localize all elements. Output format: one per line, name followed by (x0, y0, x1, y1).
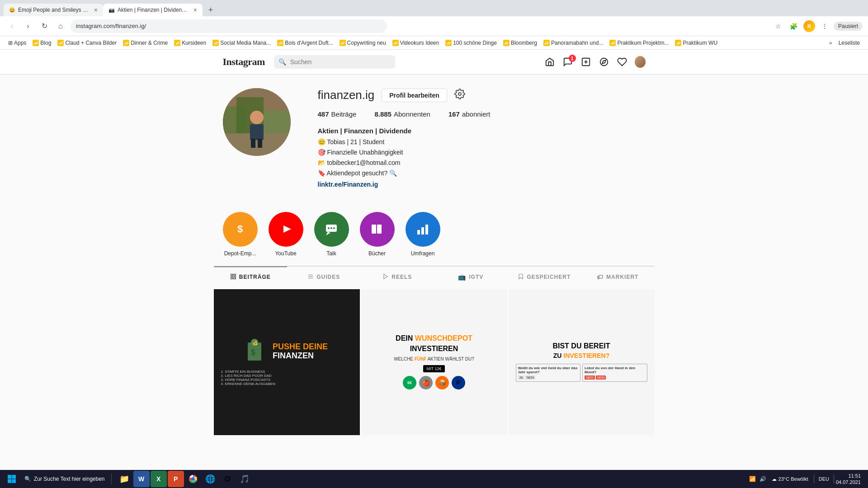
home-button[interactable]: ⌂ (54, 20, 67, 33)
post-1[interactable]: $ 💰 PUSHE DEINE FINANZEN 1. STARTE EIN B… (214, 289, 360, 435)
tab-guides[interactable]: GUIDES (287, 267, 361, 287)
bookmark-star-icon[interactable]: ☆ (772, 20, 785, 33)
following-stat[interactable]: 167 abonniert (448, 110, 491, 118)
highlight-buecher[interactable]: Bücher (360, 212, 395, 257)
heart-nav-icon[interactable] (617, 56, 627, 67)
new-tab-button[interactable]: + (204, 4, 217, 16)
tab-instagram[interactable]: 📷 Aktien | Finanzen | Dividende (G... × (103, 4, 203, 16)
bookmark-praktikumwu[interactable]: 📁 Praktikum WU (672, 39, 720, 47)
profile-header: finanzen.ig Profil bearbeiten 487 B (223, 88, 646, 189)
home-nav-icon[interactable] (544, 56, 555, 67)
taskbar-excel[interactable]: X (151, 471, 167, 487)
bookmark-videokurs[interactable]: 📁 Videokurs Ideen (390, 39, 442, 47)
settings-icon[interactable] (454, 89, 465, 102)
svg-rect-45 (8, 475, 12, 479)
posts-count: 487 (318, 110, 329, 118)
search-input[interactable] (274, 55, 395, 69)
taskbar-word[interactable]: W (133, 471, 150, 487)
edit-profile-button[interactable]: Profil bearbeiten (382, 89, 447, 102)
messages-nav-icon[interactable]: 1 (562, 56, 573, 67)
tab-close-instagram[interactable]: × (193, 6, 197, 14)
pause-button[interactable]: Pausiert (834, 22, 863, 31)
story-highlights: $ Depot-Emp... YouTube (214, 203, 655, 266)
bookmark-copywriting[interactable]: 📁 Copywriting neu (337, 39, 389, 47)
instagram-logo[interactable]: Instagram (223, 56, 265, 68)
explore-nav-icon[interactable] (599, 56, 609, 67)
svg-marker-4 (602, 60, 606, 64)
svg-point-22 (328, 227, 330, 229)
bio-line2: 🎯 Finanzielle Unabhängigkeit (318, 148, 646, 157)
highlight-youtube[interactable]: YouTube (269, 212, 303, 257)
taskbar-chrome[interactable] (185, 471, 201, 487)
bookmark-kursideen[interactable]: 📁 Kursideen (171, 39, 209, 47)
more-bookmarks-button[interactable]: » (826, 39, 835, 47)
instagram-header: Instagram 🔍 1 (0, 50, 868, 75)
bookmark-apps[interactable]: ⊞ Apps (5, 39, 29, 47)
tab-igtv[interactable]: 📺 IGTV (434, 267, 508, 287)
bookmark-dinner[interactable]: 📁 Dinner & Crime (120, 39, 170, 47)
tab-gespeichert-label: GESPEICHERT (527, 274, 571, 280)
bookmark-canva[interactable]: 📁 Claud + Canva Bilder (55, 39, 119, 47)
bookmark-praktikum1[interactable]: 📁 Praktikum Projektm... (607, 39, 671, 47)
post-2[interactable]: DEIN WUNSCHDEPOT INVESTIEREN WELCHE FÜNF… (361, 289, 507, 435)
taskbar-divider (111, 474, 112, 484)
bookmarks-bar: ⊞ Apps 📁 Blog 📁 Claud + Canva Bilder 📁 D… (0, 36, 868, 50)
profile-icon[interactable]: R (803, 20, 816, 33)
browser-window: 😀 Emoji People and Smileys M... × 📷 Akti… (0, 0, 868, 488)
post-2-content: DEIN WUNSCHDEPOT INVESTIEREN WELCHE FÜNF… (361, 289, 507, 435)
taskbar-file-explorer[interactable]: 📁 (116, 471, 132, 487)
svg-rect-31 (421, 227, 424, 235)
bookmark-bois[interactable]: 📁 Bois d'Argent Duft... (274, 39, 335, 47)
chrome-settings-icon[interactable]: ⋮ (818, 20, 831, 33)
tab-markiert[interactable]: 🏷 MARKIERT (581, 267, 655, 287)
bookmark-bloomberg[interactable]: 📁 Bloomberg (500, 39, 540, 47)
tab-markiert-label: MARKIERT (606, 274, 638, 280)
address-input[interactable] (71, 19, 387, 33)
taskbar-search[interactable]: 🔍 Zur Suche Text hier eingeben (21, 474, 108, 484)
following-count: 167 (448, 110, 460, 118)
taskbar-music[interactable]: 🎵 (236, 471, 253, 487)
reload-button[interactable]: ↻ (38, 20, 51, 33)
svg-point-23 (330, 227, 332, 229)
bookmark-100dinge[interactable]: 📁 100 schöne Dinge (443, 39, 500, 47)
taskbar-edge[interactable]: 🌐 (202, 471, 218, 487)
tab-title-instagram: Aktien | Finanzen | Dividende (G... (118, 7, 188, 13)
tab-bar: 😀 Emoji People and Smileys M... × 📷 Akti… (0, 0, 868, 16)
svg-text:$: $ (251, 348, 255, 357)
svg-rect-26 (372, 225, 376, 234)
tray-time-label: 11:51 (848, 473, 861, 479)
taskbar-settings[interactable]: ⚙ (219, 471, 236, 487)
tab-reels[interactable]: REELS (361, 267, 434, 287)
taskbar-search-label: Zur Suche Text hier eingeben (34, 476, 105, 482)
tray-datetime[interactable]: 11:51 04.07.2021 (836, 473, 861, 486)
bookmark-panorama[interactable]: 📁 Panoramabahn und... (541, 39, 606, 47)
tab-emoji[interactable]: 😀 Emoji People and Smileys M... × (4, 4, 103, 16)
profile-nav-icon[interactable] (635, 56, 646, 67)
create-nav-icon[interactable] (580, 56, 591, 67)
post-3[interactable]: BIST DU BEREIT ZU INVESTIEREN? Weißt du … (509, 289, 655, 435)
svg-rect-36 (234, 277, 236, 279)
leseliste-button[interactable]: Leseliste (836, 39, 863, 47)
start-button[interactable] (4, 471, 20, 487)
posts-stat[interactable]: 487 Beiträge (318, 110, 357, 118)
tab-favicon-instagram: 📷 (108, 7, 115, 13)
tab-close-emoji[interactable]: × (94, 6, 98, 14)
extension-icon[interactable]: 🧩 (788, 20, 800, 33)
forward-button[interactable]: › (22, 20, 34, 33)
highlight-umfragen[interactable]: Umfragen (406, 212, 440, 257)
taskbar-powerpoint[interactable]: P (168, 471, 184, 487)
bookmark-100dinge-label: 100 schöne Dinge (453, 40, 497, 46)
tab-igtv-icon: 📺 (458, 273, 466, 281)
followers-stat[interactable]: 8.885 Abonnenten (374, 110, 430, 118)
bio-link[interactable]: linktr.ee/Finanzen.ig (318, 180, 646, 189)
highlight-talk[interactable]: Talk (314, 212, 349, 257)
bookmark-socialmedia-label: Social Media Mana... (220, 40, 271, 46)
taskbar-search-icon: 🔍 (24, 476, 31, 482)
folder-icon: 📁 (543, 40, 550, 46)
bookmark-socialmedia[interactable]: 📁 Social Media Mana... (210, 39, 274, 47)
tab-gespeichert[interactable]: GESPEICHERT (508, 267, 581, 287)
highlight-depot[interactable]: $ Depot-Emp... (223, 212, 258, 257)
tab-beitraege[interactable]: BEITRÄGE (214, 267, 288, 287)
back-button[interactable]: ‹ (5, 20, 18, 33)
bookmark-blog[interactable]: 📁 Blog (30, 39, 54, 47)
